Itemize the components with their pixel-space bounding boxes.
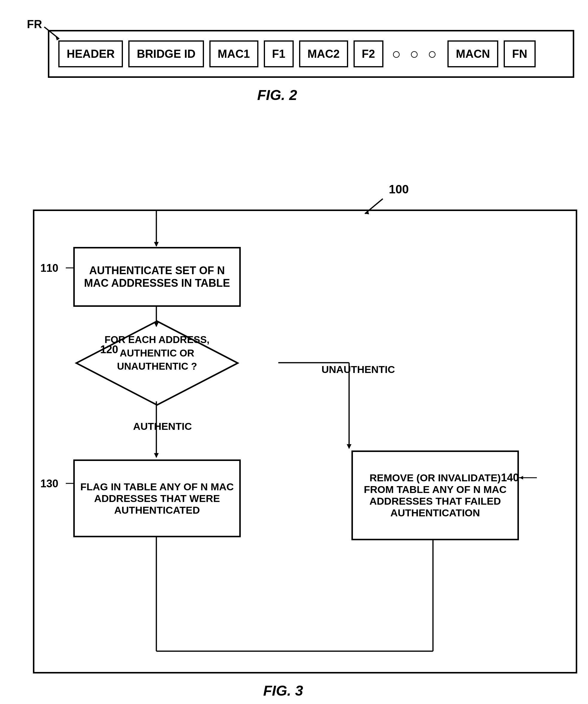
svg-marker-23: [520, 476, 523, 479]
fig3-caption: FIG. 3: [263, 683, 303, 699]
label-140-arrow: [519, 473, 543, 482]
label-130-arrow: [51, 479, 75, 488]
fig2-caption: FIG. 2: [257, 87, 297, 103]
mac2-box: MAC2: [299, 41, 348, 67]
diamond-120-text: FOR EACH ADDRESS, AUTHENTIC OR UNAUTHENT…: [94, 333, 220, 373]
bridge-id-box: BRIDGE ID: [128, 41, 204, 67]
unauthentic-label: UNAUTHENTIC: [322, 364, 395, 375]
fr-label: FR: [27, 18, 42, 31]
ellipsis: ○ ○ ○: [389, 45, 442, 63]
label-100: 100: [389, 183, 409, 196]
fn-box: FN: [504, 41, 536, 67]
label-140: 140: [501, 471, 519, 484]
flowchart-container: 110 AUTHENTICATE SET OF N MAC ADDRESSES …: [33, 210, 577, 673]
svg-marker-12: [347, 444, 351, 449]
box-130: FLAG IN TABLE ANY OF N MAC ADDRESSES THA…: [73, 460, 241, 537]
label-110-arrow: [51, 263, 75, 272]
svg-marker-9: [154, 453, 159, 458]
box-140: REMOVE (OR INVALIDATE) FROM TABLE ANY OF…: [351, 451, 519, 540]
svg-marker-5: [154, 242, 159, 247]
authentic-label: AUTHENTIC: [133, 420, 192, 432]
box-110: AUTHENTICATE SET OF N MAC ADDRESSES IN T…: [73, 247, 241, 307]
header-box: HEADER: [58, 41, 123, 67]
mac1-box: MAC1: [209, 41, 258, 67]
f1-box: F1: [264, 41, 294, 67]
frame-container: HEADER BRIDGE ID MAC1 F1 MAC2 F2 ○ ○ ○ M…: [48, 30, 574, 78]
f2-box: F2: [353, 41, 383, 67]
macn-box: MACN: [447, 41, 498, 67]
